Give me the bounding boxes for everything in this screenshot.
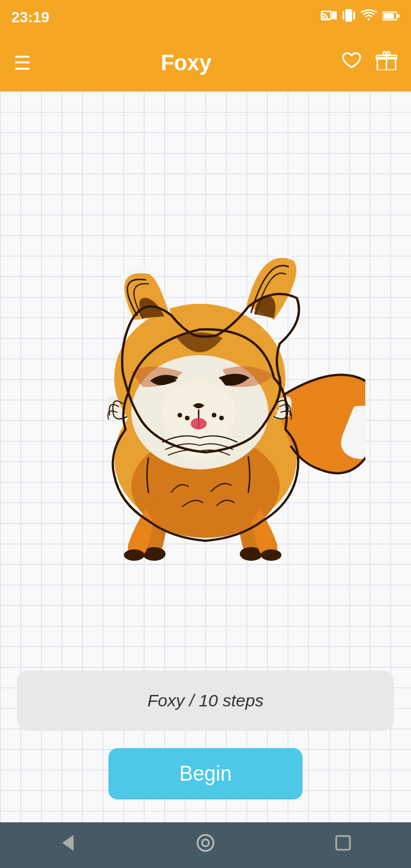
main-content: Foxy / 10 steps Begin — [0, 91, 411, 822]
svg-rect-2 — [345, 9, 352, 22]
svg-point-22 — [261, 549, 281, 561]
fox-container — [17, 103, 394, 665]
battery-icon — [382, 10, 400, 25]
home-nav-icon[interactable] — [194, 831, 217, 859]
svg-rect-1 — [332, 11, 337, 19]
bottom-nav — [0, 822, 411, 868]
fox-image — [46, 184, 365, 584]
svg-rect-7 — [397, 14, 400, 18]
svg-point-26 — [219, 416, 224, 420]
svg-marker-27 — [62, 835, 74, 851]
begin-button[interactable]: Begin — [108, 748, 303, 799]
svg-point-25 — [212, 413, 216, 417]
status-bar: 23:19 — [0, 0, 411, 34]
hamburger-menu-icon[interactable]: ☰ — [14, 51, 31, 74]
svg-point-29 — [202, 839, 209, 846]
app-bar: ☰ Foxy — [0, 34, 411, 91]
fox-drawing — [46, 184, 365, 584]
app-title: Foxy — [161, 51, 212, 75]
status-time: 23:19 — [11, 9, 50, 26]
svg-point-28 — [198, 835, 213, 851]
cast-icon — [321, 9, 337, 25]
favorite-icon[interactable] — [341, 51, 362, 74]
app-bar-actions — [341, 51, 397, 75]
svg-rect-4 — [353, 11, 355, 19]
svg-point-23 — [178, 413, 182, 417]
wifi-icon — [361, 9, 377, 25]
svg-rect-3 — [342, 11, 344, 19]
recents-nav-icon[interactable] — [333, 833, 353, 858]
vibrate-icon — [342, 8, 355, 26]
info-card: Foxy / 10 steps — [17, 670, 394, 731]
svg-point-24 — [185, 416, 190, 420]
svg-rect-6 — [384, 13, 394, 19]
svg-point-21 — [124, 549, 144, 561]
info-card-text: Foxy / 10 steps — [147, 691, 263, 710]
svg-rect-30 — [336, 836, 350, 850]
status-icons — [321, 8, 400, 26]
back-nav-icon[interactable] — [58, 833, 78, 858]
gift-icon[interactable] — [376, 51, 397, 75]
